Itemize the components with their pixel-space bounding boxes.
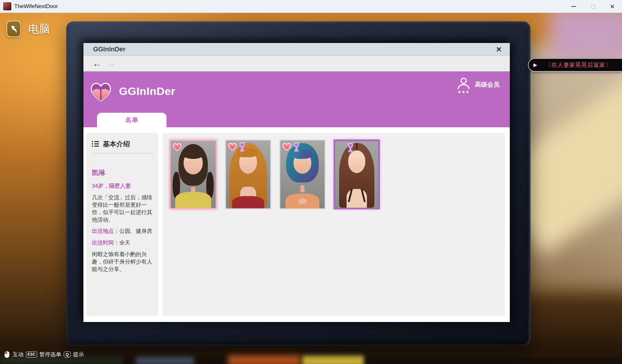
membership-label: 高级会员 [475,80,499,89]
close-icon: × [610,3,615,10]
nav-back-button[interactable]: ← [92,59,106,69]
background-desk-item [136,357,194,364]
section-title: 基本介绍 [103,140,130,149]
computer-label: 电脑 [28,22,50,36]
back-button[interactable] [6,21,21,37]
list-icon [92,141,99,147]
os-window-title: TheWifeNextDoor [14,0,58,13]
brand-heart-logo [89,81,113,102]
wine-glass-icon [293,142,300,152]
app-navbar: ← → [83,56,510,71]
hint-label: 提示 [73,351,84,358]
tab-list[interactable]: 名单 [97,113,166,127]
brand-name: GGInInDer [119,85,176,98]
profile-name: 凯琳 [92,168,153,177]
time-label: 出没时间： [92,240,119,246]
divider [92,153,153,153]
member-stars-icon: ★★★ [454,89,474,94]
heart-icon [282,142,292,151]
event-choice-button[interactable]: ▶ 〔在人妻家晃晃后返家〕 [528,58,622,72]
app-close-button[interactable]: × [492,43,505,56]
app-header: GGInInDer ★★★ 高级会员 ★ 名单 [83,71,510,127]
profile-description-1: 几次「交流」过后，感情变得比一般邻居更好一些，似乎可以一起进行其他活动。 [92,194,153,224]
mouse-icon [5,351,9,358]
profile-description-2: 闲暇之馀有着小酌的兴趣，但碍于身分鲜少有人能与之分享。 [92,251,153,273]
monitor-screen: GGInInDer × ← → [83,43,510,322]
app-window-title: GGInInDer [93,46,125,53]
profile-card-3[interactable] [279,140,326,209]
back-arrow-icon [9,25,18,34]
pause-menu-label: 暂停选单 [39,351,61,358]
background-desk-item [228,355,301,364]
background-desk-item [302,355,364,364]
control-hints-bar: 互动 ESC 暂停选单 Q 提示 [5,351,84,358]
profile-card-grid [163,133,505,316]
nav-forward-button[interactable]: → [106,59,120,69]
profile-subtitle: 34岁，隔壁人妻 [92,182,153,190]
esc-key-badge: ESC [26,351,37,358]
background-pink-blur [550,6,622,61]
os-titlebar: TheWifeNextDoor × [0,0,622,13]
event-choice-label: 〔在人妻家晃晃后返家〕 [537,61,622,69]
forward-arrow-icon: → [106,59,115,68]
heart-icon [228,142,237,151]
close-icon: × [496,44,501,55]
member-person-icon [456,76,471,91]
wine-glass-icon [239,142,246,152]
time-value: 全天 [119,240,130,246]
minimize-button[interactable] [564,0,583,13]
wine-glass-icon [347,143,354,153]
app-icon [3,2,11,10]
maximize-icon [591,5,595,9]
profile-photo [335,141,378,208]
play-icon: ▶ [533,62,537,68]
profile-card-2[interactable] [225,140,271,209]
heart-icon [172,142,182,151]
app-content: 基本介绍 凯琳 34岁，隔壁人妻 几次「交流」过后，感情变得比一般邻居更好一些，… [83,127,510,322]
gginin-der-titlebar[interactable]: GGInInDer × [83,43,510,56]
back-arrow-icon: ← [92,59,101,68]
profile-card-4[interactable] [334,140,380,209]
profile-info-panel: 基本介绍 凯琳 34岁，隔壁人妻 几次「交流」过后，感情变得比一般邻居更好一些，… [86,133,158,316]
minimize-icon [571,6,576,7]
profile-location-row: 出没地点：公园、健身房 [92,227,153,235]
profile-card-1[interactable] [169,140,217,209]
location-value: 公园、健身房 [119,228,152,234]
profile-time-row: 出没时间：全天 [92,239,153,246]
q-key-badge: Q [64,351,71,358]
game-screen: TheWifeNextDoor × 电脑 GGInInDer × ← → [0,0,622,364]
maximize-button[interactable] [583,0,603,13]
interact-hint-label: 互动 [13,351,24,358]
location-label: 出没地点： [92,228,119,234]
monitor: GGInInDer × ← → [66,21,531,346]
close-window-button[interactable]: × [603,0,622,13]
